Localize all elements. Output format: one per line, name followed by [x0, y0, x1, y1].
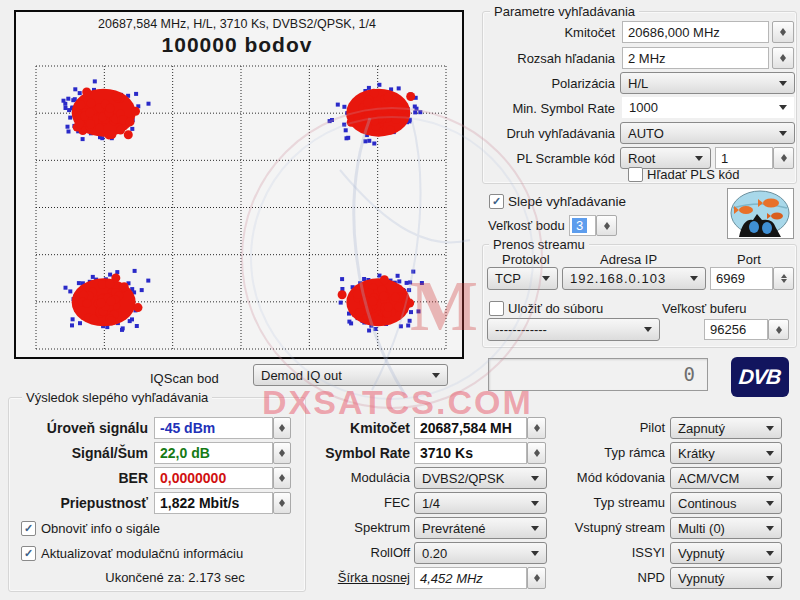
bandwidth-field[interactable]: 4,452 MHz [414, 567, 527, 589]
frame-type-label: Typ rámca [545, 445, 665, 460]
issyi-label: ISSYI [545, 545, 665, 560]
freq-field[interactable]: 20686,000 MHz [622, 21, 769, 43]
chevron-down-icon [766, 576, 774, 585]
carrier-freq-field[interactable]: 20687,584 MH [414, 417, 527, 439]
symbol-rate-field[interactable]: 3710 Ks [414, 442, 527, 464]
issyi-select[interactable]: Vypnutý [670, 542, 782, 564]
port-value: 6969 [716, 271, 745, 286]
coding-mode-value: ACM/VCM [678, 471, 739, 486]
update-modulation-checkbox[interactable] [21, 546, 36, 561]
stream-type-label: Typ streamu [545, 495, 665, 510]
rolloff-value: 0.20 [422, 546, 447, 561]
range-spinner[interactable] [772, 47, 794, 69]
search-type-label: Druh vyhľadávania [482, 126, 615, 141]
refresh-info-checkbox[interactable] [21, 521, 36, 536]
frame-type-select[interactable]: Krátky [670, 442, 782, 464]
modulation-select[interactable]: DVBS2/QPSK [414, 467, 547, 489]
results-group-title: Výsledok slepého vyhľadávania [22, 390, 212, 405]
range-field[interactable]: 2 MHz [622, 47, 769, 69]
input-stream-select[interactable]: Multi (0) [670, 517, 782, 539]
signal-level-spinner[interactable] [273, 417, 291, 439]
carrier-freq-spinner[interactable] [527, 417, 546, 439]
coding-mode-select[interactable]: ACM/VCM [670, 467, 782, 489]
search-type-select[interactable]: AUTO [620, 122, 795, 144]
protocol-select[interactable]: TCP [487, 267, 558, 290]
point-size-spinner[interactable] [596, 215, 617, 236]
chevron-down-icon [690, 276, 698, 285]
chevron-down-icon [542, 276, 550, 285]
chevron-down-icon [531, 501, 539, 510]
ber-value: 0,0000000 [160, 470, 226, 486]
chevron-down-icon [766, 476, 774, 485]
spectrum-select[interactable]: Prevrátené [414, 517, 547, 539]
throughput-value: 1,822 Mbit/s [160, 495, 239, 511]
pl-scramble-code-spinner[interactable] [773, 147, 794, 169]
port-spinner[interactable] [773, 267, 794, 290]
pilot-select[interactable]: Zapnutý [670, 417, 782, 439]
polarization-select[interactable]: H/L [620, 72, 795, 94]
ip-select[interactable]: 192.168.0.103 [562, 267, 706, 290]
dvb-logo: DVB [731, 357, 789, 397]
file-select[interactable]: ------------ [487, 318, 660, 341]
symbol-rate-spinner[interactable] [527, 442, 546, 464]
snr-spinner[interactable] [273, 442, 291, 464]
fec-value: 1/4 [422, 496, 440, 511]
npd-select[interactable]: Vypnutý [670, 567, 782, 589]
fec-label: FEC [295, 495, 410, 510]
chevron-down-icon [779, 81, 787, 90]
throughput-spinner[interactable] [273, 492, 291, 514]
chevron-down-icon [531, 526, 539, 535]
input-stream-value: Multi (0) [678, 521, 725, 536]
carrier-freq-label: Kmitočet [295, 420, 410, 436]
chevron-down-icon [644, 327, 652, 336]
stream-group-title: Prenos streamu [489, 237, 589, 252]
dvb-logo-text: DVB [738, 365, 782, 389]
input-stream-label: Vstupný stream [545, 520, 665, 535]
stream-type-select[interactable]: Continous [670, 492, 782, 514]
port-field[interactable]: 6969 [710, 267, 773, 290]
chevron-down-icon [766, 526, 774, 535]
freq-spinner[interactable] [772, 21, 794, 43]
throughput-label: Priepustnosť [8, 495, 148, 511]
ber-field[interactable]: 0,0000000 [154, 467, 273, 489]
snr-field[interactable]: 22,0 dB [154, 442, 273, 464]
buffer-size-field[interactable]: 96256 [704, 319, 768, 340]
signal-level-value: -45 dBm [160, 420, 215, 436]
finished-time-text: Ukončené za: 2.173 sec [70, 570, 280, 585]
bandwidth-value: 4,452 MHz [420, 571, 483, 586]
freq-label: Kmitočet [482, 25, 615, 40]
fec-select[interactable]: 1/4 [414, 492, 547, 514]
search-type-value: AUTO [628, 126, 664, 141]
modulation-value: DVBS2/QPSK [422, 471, 504, 486]
bandwidth-label: Šírka nosnej [295, 570, 410, 585]
save-to-file-label: Uložiť do súboru [508, 301, 603, 316]
pl-scramble-code-field[interactable]: 1 [715, 147, 773, 169]
pl-scramble-mode-select[interactable]: Root [620, 147, 711, 169]
point-size-label: Veľkosť bodu [488, 218, 565, 233]
snr-label: Signál/Šum [8, 445, 148, 461]
save-to-file-checkbox[interactable] [489, 301, 504, 316]
rolloff-select[interactable]: 0.20 [414, 542, 547, 564]
protocol-value: TCP [495, 271, 521, 286]
iqscan-select[interactable]: Demod IQ out [253, 364, 448, 386]
throughput-field[interactable]: 1,822 Mbit/s [154, 492, 273, 514]
signal-level-field[interactable]: -45 dBm [154, 417, 273, 439]
blind-search-checkbox[interactable] [489, 194, 504, 209]
constellation-panel: 20687,584 MHz, H/L, 3710 Ks, DVBS2/QPSK,… [14, 10, 464, 359]
min-symbol-rate-select[interactable]: 1000 [622, 97, 794, 118]
pl-scramble-code-value: 1 [721, 151, 728, 166]
npd-label: NPD [545, 570, 665, 585]
protocol-label: Protokol [502, 252, 550, 267]
ber-spinner[interactable] [273, 467, 291, 489]
npd-value: Vypnutý [678, 571, 725, 586]
buffer-size-spinner[interactable] [768, 319, 789, 340]
search-pls-checkbox[interactable] [628, 167, 643, 182]
point-size-field[interactable]: 3 [569, 215, 596, 236]
min-symbol-rate-label: Min. Symbol Rate [482, 101, 615, 116]
chevron-down-icon [779, 131, 787, 140]
chevron-down-icon [531, 551, 539, 560]
blind-search-label: Slepé vyhľadávanie [508, 194, 626, 209]
polarization-value: H/L [628, 76, 648, 91]
bandwidth-spinner[interactable] [527, 567, 546, 589]
polarization-label: Polarizácia [482, 76, 615, 91]
